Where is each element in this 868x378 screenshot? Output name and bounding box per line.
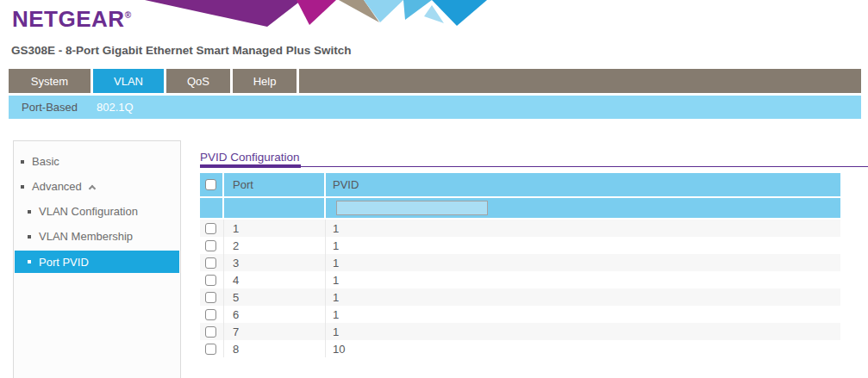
pvid-cell: 1 — [326, 254, 840, 271]
row-checkbox-cell — [200, 288, 224, 306]
top-nav: SystemVLANQoSHelp — [9, 69, 861, 93]
port-cell: 3 — [224, 254, 326, 271]
logo-text: NETGEAR — [12, 6, 125, 32]
row-checkbox[interactable] — [205, 292, 216, 303]
pvid-cell: 10 — [326, 340, 840, 357]
bullet-icon — [21, 185, 24, 189]
pvid-table: Port PVID 11213141516171810 — [200, 173, 840, 357]
bullet-icon — [21, 160, 24, 164]
sidebar-item-advanced[interactable]: Advanced — [15, 174, 179, 199]
table-body: 11213141516171810 — [200, 220, 840, 357]
banner-graphic — [145, 0, 487, 31]
sidebar-item-vlan-configuration[interactable]: VLAN Configuration — [15, 199, 179, 224]
row-checkbox[interactable] — [205, 326, 216, 338]
table-row: 21 — [200, 237, 840, 254]
port-cell: 8 — [224, 340, 326, 357]
port-cell: 2 — [224, 237, 326, 254]
pvid-edit-row — [200, 198, 840, 218]
pvid-cell: 1 — [326, 237, 840, 254]
nav-tab-system[interactable]: System — [9, 69, 93, 93]
row-checkbox-cell — [200, 237, 224, 254]
pvid-cell: 1 — [326, 288, 840, 306]
sub-nav: Port-Based802.1Q — [9, 96, 861, 119]
table-row: 810 — [200, 340, 840, 357]
edit-row-pvid-cell — [326, 198, 840, 218]
device-title: GS308E - 8-Port Gigabit Ethernet Smart M… — [11, 44, 352, 57]
row-checkbox[interactable] — [205, 257, 216, 269]
title-underline-thick — [200, 164, 301, 168]
pvid-column-header: PVID — [326, 173, 840, 196]
chevron-up-icon — [89, 184, 96, 191]
row-checkbox-cell — [200, 340, 224, 357]
row-checkbox-cell — [200, 323, 224, 340]
bullet-icon — [28, 260, 31, 263]
sidebar-item-label: Basic — [32, 155, 59, 168]
port-cell: 1 — [224, 220, 326, 237]
bullet-icon — [28, 235, 31, 239]
row-checkbox-cell — [200, 306, 224, 323]
port-cell: 4 — [224, 271, 326, 288]
sidebar: BasicAdvancedVLAN ConfigurationVLAN Memb… — [13, 140, 181, 378]
pvid-cell: 1 — [326, 306, 840, 323]
table-row: 41 — [200, 271, 840, 288]
row-checkbox[interactable] — [205, 223, 216, 234]
row-checkbox-cell — [200, 271, 224, 288]
sidebar-item-label: VLAN Configuration — [39, 205, 138, 218]
nav-tab-vlan[interactable]: VLAN — [93, 69, 166, 93]
pvid-input[interactable] — [336, 201, 488, 215]
table-row: 31 — [200, 254, 840, 271]
pvid-cell: 1 — [326, 271, 840, 288]
sidebar-item-vlan-membership[interactable]: VLAN Membership — [15, 224, 179, 249]
header-checkbox-cell — [200, 173, 224, 196]
sidebar-item-basic[interactable]: Basic — [15, 149, 179, 174]
row-checkbox[interactable] — [205, 309, 216, 320]
table-row: 51 — [200, 288, 840, 306]
pvid-cell: 1 — [326, 323, 840, 340]
sidebar-item-port-pvid[interactable]: Port PVID — [15, 251, 179, 273]
sub-nav-item-802-1q[interactable]: 802.1Q — [97, 101, 134, 114]
sidebar-item-label: VLAN Membership — [39, 230, 133, 243]
port-column-header: Port — [224, 173, 326, 196]
row-checkbox-cell — [200, 254, 224, 271]
edit-row-spacer-port — [224, 198, 326, 218]
table-header-row: Port PVID — [200, 173, 840, 196]
bullet-icon — [28, 210, 31, 214]
sub-nav-item-port-based[interactable]: Port-Based — [22, 101, 78, 114]
netgear-logo: NETGEAR® — [12, 6, 132, 33]
row-checkbox-cell — [200, 220, 224, 237]
sidebar-item-label: Advanced — [32, 180, 82, 193]
row-checkbox[interactable] — [205, 275, 216, 286]
nav-tab-help[interactable]: Help — [233, 69, 299, 93]
page-title: PVID Configuration — [200, 151, 300, 164]
table-row: 11 — [200, 220, 840, 237]
sidebar-item-label: Port PVID — [39, 256, 89, 269]
table-row: 61 — [200, 306, 840, 323]
row-checkbox[interactable] — [205, 344, 216, 355]
registered-mark: ® — [125, 10, 132, 20]
edit-row-spacer-check — [200, 198, 224, 218]
select-all-checkbox[interactable] — [205, 179, 216, 190]
nav-tab-qos[interactable]: QoS — [166, 69, 233, 93]
port-cell: 5 — [224, 288, 326, 306]
port-cell: 6 — [224, 306, 326, 323]
port-cell: 7 — [224, 323, 326, 340]
table-row: 71 — [200, 323, 840, 340]
row-checkbox[interactable] — [205, 240, 216, 251]
page: NETGEAR® GS308E - 8-Port Gigabit Etherne… — [0, 0, 868, 378]
pvid-cell: 1 — [326, 220, 840, 237]
